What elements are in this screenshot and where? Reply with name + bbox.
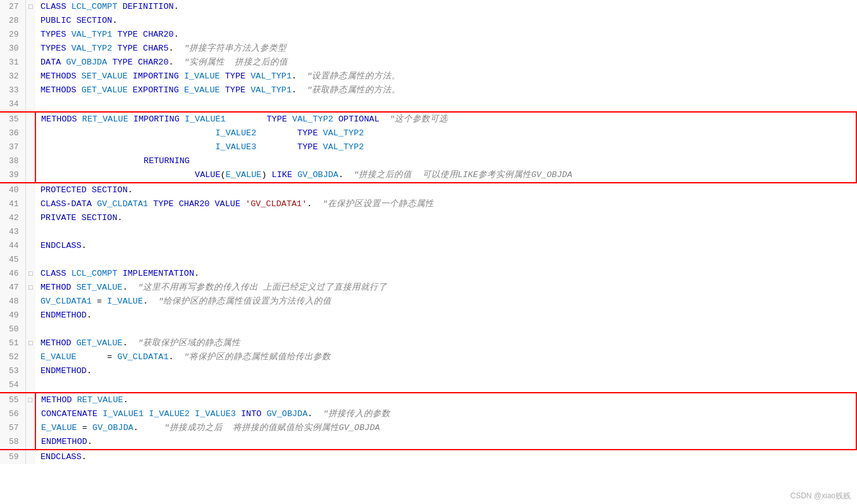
table-row: 38 RETURNING bbox=[0, 154, 856, 168]
table-row: 50 bbox=[0, 323, 856, 336]
table-row: 30TYPES VAL_TYP2 TYPE CHAR5. "拼接字符串方法入参类… bbox=[0, 42, 856, 56]
line-number: 38 bbox=[0, 154, 25, 168]
table-row: 45 bbox=[0, 253, 856, 267]
code-line: METHODS RET_VALUE IMPORTING I_VALUE1 TYP… bbox=[35, 112, 856, 126]
table-row: 57E_VALUE = GV_OBJDA. "拼接成功之后 将拼接的值赋值给实例… bbox=[0, 421, 856, 435]
fold-indicator bbox=[25, 42, 35, 56]
code-line bbox=[35, 378, 856, 393]
fold-indicator bbox=[25, 140, 35, 154]
table-row: 51□METHOD GET_VALUE. "获取保护区域的静态属性 bbox=[0, 336, 856, 350]
line-number: 57 bbox=[0, 421, 25, 435]
fold-indicator bbox=[25, 309, 35, 323]
table-row: 33METHODS GET_VALUE EXPORTING E_VALUE TY… bbox=[0, 83, 856, 97]
line-number: 32 bbox=[0, 70, 25, 83]
line-number: 44 bbox=[0, 239, 25, 253]
fold-indicator[interactable]: □ bbox=[25, 336, 35, 350]
table-row: 46□CLASS LCL_COMPT IMPLEMENTATION. bbox=[0, 267, 856, 281]
fold-indicator bbox=[25, 450, 35, 464]
code-line: I_VALUE2 TYPE VAL_TYP2 bbox=[35, 126, 856, 140]
code-line: METHOD SET_VALUE. "这里不用再写参数的传入传出 上面已经定义过… bbox=[35, 281, 856, 295]
code-line: I_VALUE3 TYPE VAL_TYP2 bbox=[35, 140, 856, 154]
fold-indicator bbox=[25, 126, 35, 140]
fold-indicator bbox=[25, 154, 35, 168]
table-row: 31DATA GV_OBJDA TYPE CHAR20. "实例属性 拼接之后的… bbox=[0, 56, 856, 70]
table-row: 58ENDMETHOD. bbox=[0, 435, 856, 450]
line-number: 31 bbox=[0, 56, 25, 70]
fold-indicator bbox=[25, 407, 35, 421]
table-row: 28PUBLIC SECTION. bbox=[0, 14, 856, 28]
line-number: 35 bbox=[0, 112, 25, 126]
line-number: 42 bbox=[0, 211, 25, 225]
code-line: ENDMETHOD. bbox=[35, 364, 856, 378]
line-number: 50 bbox=[0, 323, 25, 336]
table-row: 40PROTECTED SECTION. bbox=[0, 183, 856, 197]
fold-indicator bbox=[25, 183, 35, 197]
code-table: 27□CLASS LCL_COMPT DEFINITION.28PUBLIC S… bbox=[0, 0, 857, 464]
fold-indicator[interactable]: □ bbox=[25, 267, 35, 281]
table-row: 54 bbox=[0, 378, 856, 393]
fold-indicator[interactable]: □ bbox=[25, 0, 35, 14]
code-line: METHODS SET_VALUE IMPORTING I_VALUE TYPE… bbox=[35, 70, 856, 83]
table-row: 49ENDMETHOD. bbox=[0, 309, 856, 323]
line-number: 28 bbox=[0, 14, 25, 28]
fold-indicator bbox=[25, 364, 35, 378]
line-number: 37 bbox=[0, 140, 25, 154]
table-row: 53ENDMETHOD. bbox=[0, 364, 856, 378]
line-number: 47 bbox=[0, 281, 25, 295]
table-row: 37 I_VALUE3 TYPE VAL_TYP2 bbox=[0, 140, 856, 154]
code-line: E_VALUE = GV_OBJDA. "拼接成功之后 将拼接的值赋值给实例属性… bbox=[35, 421, 856, 435]
table-row: 55□METHOD RET_VALUE. bbox=[0, 393, 856, 407]
line-number: 52 bbox=[0, 350, 25, 364]
code-line: PRIVATE SECTION. bbox=[35, 211, 856, 225]
code-line: CLASS LCL_COMPT DEFINITION. bbox=[35, 0, 856, 14]
fold-indicator bbox=[25, 83, 35, 97]
fold-indicator bbox=[25, 197, 35, 211]
code-line bbox=[35, 323, 856, 336]
code-line: E_VALUE = GV_CLDATA1. "将保护区的静态属性赋值给传出参数 bbox=[35, 350, 856, 364]
table-row: 44ENDCLASS. bbox=[0, 239, 856, 253]
line-number: 30 bbox=[0, 42, 25, 56]
fold-indicator bbox=[25, 350, 35, 364]
table-row: 48GV_CLDATA1 = I_VALUE. "给保护区的静态属性值设置为方法… bbox=[0, 295, 856, 309]
table-row: 59ENDCLASS. bbox=[0, 450, 856, 464]
fold-indicator bbox=[25, 421, 35, 435]
line-number: 51 bbox=[0, 336, 25, 350]
code-line: VALUE(E_VALUE) LIKE GV_OBJDA. "拼接之后的值 可以… bbox=[35, 168, 856, 183]
fold-indicator bbox=[25, 14, 35, 28]
fold-indicator bbox=[25, 168, 35, 183]
table-row: 43 bbox=[0, 225, 856, 239]
fold-indicator bbox=[25, 435, 35, 450]
table-row: 34 bbox=[0, 97, 856, 112]
fold-indicator bbox=[25, 239, 35, 253]
line-number: 56 bbox=[0, 407, 25, 421]
code-line: DATA GV_OBJDA TYPE CHAR20. "实例属性 拼接之后的值 bbox=[35, 56, 856, 70]
line-number: 45 bbox=[0, 253, 25, 267]
code-line: TYPES VAL_TYP2 TYPE CHAR5. "拼接字符串方法入参类型 bbox=[35, 42, 856, 56]
code-line: METHOD GET_VALUE. "获取保护区域的静态属性 bbox=[35, 336, 856, 350]
fold-indicator[interactable]: □ bbox=[25, 393, 35, 407]
watermark: CSDN @xiao贱贱 bbox=[790, 491, 851, 501]
line-number: 36 bbox=[0, 126, 25, 140]
code-line: ENDMETHOD. bbox=[35, 309, 856, 323]
code-line: ENDCLASS. bbox=[35, 450, 856, 464]
table-row: 32METHODS SET_VALUE IMPORTING I_VALUE TY… bbox=[0, 70, 856, 83]
line-number: 49 bbox=[0, 309, 25, 323]
fold-indicator bbox=[25, 323, 35, 336]
fold-indicator bbox=[25, 378, 35, 393]
fold-indicator bbox=[25, 56, 35, 70]
code-line: CLASS-DATA GV_CLDATA1 TYPE CHAR20 VALUE … bbox=[35, 197, 856, 211]
line-number: 54 bbox=[0, 378, 25, 393]
fold-indicator bbox=[25, 253, 35, 267]
line-number: 39 bbox=[0, 168, 25, 183]
fold-indicator bbox=[25, 97, 35, 112]
fold-indicator bbox=[25, 295, 35, 309]
code-line bbox=[35, 225, 856, 239]
fold-indicator bbox=[25, 211, 35, 225]
fold-indicator[interactable]: □ bbox=[25, 281, 35, 295]
code-line: METHOD RET_VALUE. bbox=[35, 393, 856, 407]
line-number: 27 bbox=[0, 0, 25, 14]
table-row: 27□CLASS LCL_COMPT DEFINITION. bbox=[0, 0, 856, 14]
line-number: 29 bbox=[0, 28, 25, 42]
table-row: 29TYPES VAL_TYP1 TYPE CHAR20. bbox=[0, 28, 856, 42]
fold-indicator bbox=[25, 112, 35, 126]
